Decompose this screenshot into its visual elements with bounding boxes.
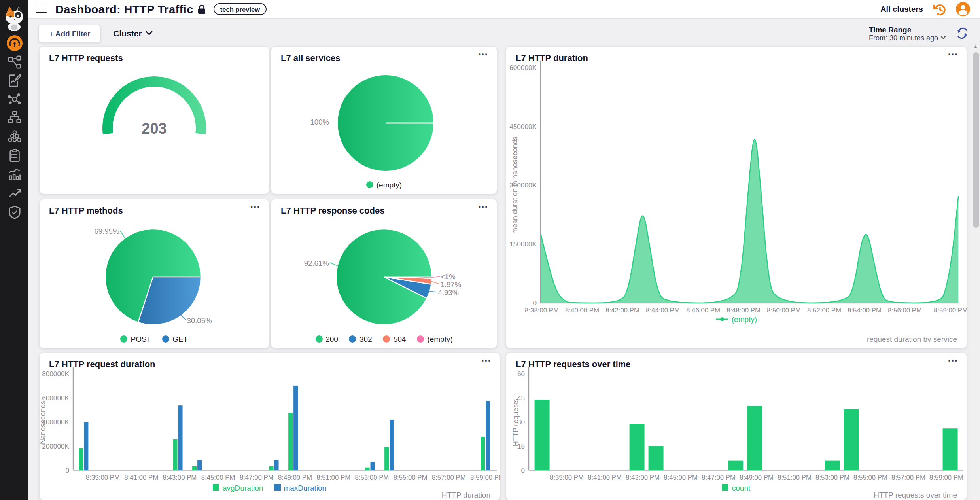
card-title: L7 HTTP request duration [49,359,155,369]
document-edit-icon [7,72,22,87]
card-title: L7 HTTP duration [516,53,588,62]
sidebar-item-clustermesh[interactable] [0,127,28,145]
svg-text:800000K: 800000K [42,370,69,378]
svg-text:8:43:00 PM: 8:43:00 PM [626,474,660,481]
more-options-icon[interactable]: ⋯ [250,201,261,213]
more-options-icon[interactable]: ⋯ [478,201,489,213]
svg-text:8:41:00 PM: 8:41:00 PM [124,474,158,481]
svg-text:8:49:00 PM: 8:49:00 PM [740,474,774,481]
more-options-icon[interactable]: ⋯ [478,48,489,60]
legend-item[interactable]: maxDuration [274,483,326,492]
card-l7-http-requests: L7 HTTP requests 203 [40,47,269,194]
svg-text:8:45:00 PM: 8:45:00 PM [664,474,698,481]
bar-chart: 0200000K400000K600000K800000K8:39:00 PM8… [40,353,500,500]
svg-text:8:51:00 PM: 8:51:00 PM [778,474,812,481]
more-options-icon[interactable]: ⋯ [948,354,959,366]
menu-icon[interactable] [36,5,47,13]
all-clusters-label[interactable]: All clusters [880,5,923,13]
svg-text:8:55:00 PM: 8:55:00 PM [394,474,428,481]
pie-chart: 69.95%30.05% [40,199,269,348]
add-filter-button[interactable]: + Add Filter [38,24,101,42]
card-title: L7 HTTP requests [49,53,123,62]
time-range-value: From: 30 minutes ago [869,34,938,42]
sidebar-item-network-map[interactable] [0,108,28,126]
time-range-label: Time Range [869,25,946,34]
bar-chart-icon [7,167,22,182]
cluster-dropdown[interactable]: Cluster [113,28,153,38]
legend-item[interactable]: 504 [383,335,406,343]
card-l7-http-methods: L7 HTTP methods ⋯ 69.95%30.05% POSTGET [40,199,269,348]
svg-text:HTTP requests: HTTP requests [512,399,520,447]
shield-check-icon [7,205,22,220]
chart-footnote: HTTP duration [442,491,490,499]
more-options-icon[interactable]: ⋯ [481,354,492,366]
svg-text:8:53:00 PM: 8:53:00 PM [815,474,849,481]
svg-text:100%: 100% [310,118,329,126]
scrollbar-thumb[interactable] [972,52,979,228]
scrollbar[interactable]: ▲ [971,43,980,500]
svg-text:8:56:00 PM: 8:56:00 PM [888,307,922,314]
legend-item[interactable]: avgDuration [213,483,263,492]
bar-chart: 0153045608:39:00 PM8:41:00 PM8:43:00 PM8… [506,353,967,500]
svg-text:0: 0 [521,466,525,474]
chevron-down-icon [146,31,153,36]
sidebar-item-security[interactable] [0,203,28,221]
sidebar-item-dashboard[interactable] [0,34,28,51]
svg-text:8:44:00 PM: 8:44:00 PM [646,307,680,314]
sidebar-item-reports[interactable] [0,71,28,89]
chart-footnote: request duration by service [867,335,957,343]
svg-text:4.93%: 4.93% [438,288,459,297]
svg-text:<1%: <1% [441,273,456,281]
sidebar-item-trends[interactable] [0,184,28,202]
svg-text:8:43:00 PM: 8:43:00 PM [163,474,197,481]
svg-text:203: 203 [142,120,166,137]
legend-item[interactable]: (empty) [716,315,757,324]
legend-item[interactable]: (empty) [417,335,452,343]
svg-text:8:46:00 PM: 8:46:00 PM [686,307,720,314]
scrollbar-up-arrow[interactable]: ▲ [971,44,980,49]
legend-item[interactable]: POST [121,335,151,343]
area-chart: 0150000K300000K450000K600000K8:38:00 PM8… [506,47,967,348]
time-range-control[interactable]: Time Range From: 30 minutes ago [869,25,946,42]
svg-text:60: 60 [517,370,525,378]
legend-item[interactable]: count [723,483,751,492]
molecule-icon [7,91,22,106]
card-l7-http-request-duration: L7 HTTP request duration ⋯ 0200000K40000… [40,353,500,500]
chart-legend: avgDurationmaxDuration [40,483,500,492]
chart-legend: (empty) [506,314,967,324]
card-title: L7 HTTP requests over time [516,359,631,369]
sidebar-item-metrics[interactable] [0,165,28,183]
svg-text:mean duration in nanoseconds: mean duration in nanoseconds [511,136,519,234]
more-options-icon[interactable]: ⋯ [948,48,959,60]
cat-logo-icon[interactable] [3,6,25,31]
svg-text:8:39:00 PM: 8:39:00 PM [550,474,584,481]
card-l7-http-response-codes: L7 HTTP response codes ⋯ 92.61%4.93%1.97… [271,199,497,348]
svg-text:8:40:00 PM: 8:40:00 PM [565,307,599,314]
card-l7-all-services: L7 all services ⋯ 100% (empty) [271,47,497,194]
sidebar-item-policies[interactable] [0,146,28,164]
svg-text:8:49:00 PM: 8:49:00 PM [278,474,312,481]
legend-item[interactable]: 200 [315,335,338,343]
card-l7-http-requests-over-time: L7 HTTP requests over time ⋯ 0153045608:… [506,353,967,500]
refresh-button[interactable] [955,27,969,40]
svg-text:92.61%: 92.61% [304,259,329,267]
history-icon[interactable] [932,2,947,16]
svg-text:8:59:00 PM: 8:59:00 PM [934,307,967,314]
page-title: Dashboard: HTTP Traffic [55,3,193,15]
svg-text:8:51:00 PM: 8:51:00 PM [316,474,350,481]
card-title: L7 all services [281,53,340,62]
sidebar-item-service-topology[interactable] [0,53,28,70]
legend-item[interactable]: GET [162,335,188,343]
svg-text:8:47:00 PM: 8:47:00 PM [240,474,274,481]
legend-item[interactable]: 302 [349,335,372,343]
user-avatar-icon[interactable] [955,2,971,17]
svg-text:30.05%: 30.05% [187,316,212,325]
svg-text:0: 0 [533,299,537,307]
sidebar-item-processes[interactable] [0,90,28,108]
svg-text:Nanoseconds: Nanoseconds [40,401,47,444]
legend-item[interactable]: (empty) [366,180,402,189]
svg-text:8:45:00 PM: 8:45:00 PM [201,474,235,481]
svg-text:8:57:00 PM: 8:57:00 PM [432,474,466,481]
gauge-icon [6,34,23,51]
sitemap-icon [7,110,22,125]
